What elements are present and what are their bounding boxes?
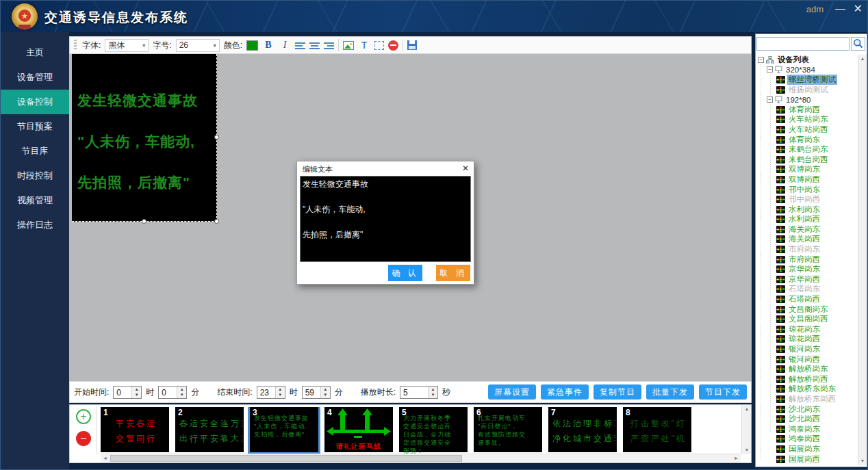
color-swatch[interactable] (246, 40, 258, 51)
scroll-left-icon[interactable]: ◄ (101, 454, 110, 462)
thumbs-horizontal-scrollbar[interactable]: ◄ ► (101, 454, 741, 462)
tree-device-2-19[interactable]: 石塔岗东 (756, 285, 858, 295)
sidebar-item-6[interactable]: 时段控制 (1, 164, 69, 188)
spin-up-icon[interactable]: ▲ (177, 387, 186, 393)
remove-program-button[interactable]: − (76, 431, 91, 446)
tree-device-2-4[interactable]: 体育岗东 (756, 135, 858, 145)
close-icon[interactable]: ✕ (854, 2, 863, 15)
tree-device-2-10[interactable]: 邗中岗西 (756, 194, 858, 205)
tree-root[interactable]: −设备列表 (756, 55, 858, 65)
cancel-button[interactable]: 取 消 (436, 265, 470, 281)
action-button-4[interactable]: 批量下发 (646, 384, 694, 400)
tree-device-2-11[interactable]: 水利岗东 (756, 205, 858, 215)
tree-device-2-25[interactable]: 银河岗东 (756, 344, 858, 354)
align-left-icon[interactable] (295, 40, 305, 50)
align-right-icon[interactable] (324, 40, 334, 50)
align-center-icon[interactable] (309, 40, 320, 50)
collapse-icon[interactable]: − (767, 66, 773, 73)
action-button-2[interactable]: 紧急事件 (541, 384, 589, 400)
tree-device-2-16[interactable]: 市府岗西 (756, 254, 858, 265)
action-button-5[interactable]: 节目下发 (699, 384, 747, 400)
resize-handle-right[interactable] (214, 135, 219, 140)
sidebar-item-7[interactable]: 视频管理 (1, 188, 69, 213)
tree-device-2-29[interactable]: 解放桥东岗东 (756, 384, 858, 395)
text-tool-icon[interactable]: T (358, 39, 370, 51)
tree-device-2-8[interactable]: 双博岗西 (756, 174, 858, 185)
tree-device-1-1[interactable]: 螺丝湾桥测试 (756, 75, 858, 85)
tree-device-2-27[interactable]: 解放桥岗东 (756, 364, 858, 374)
delete-item-icon[interactable] (388, 40, 398, 51)
sidebar-item-5[interactable]: 节目库 (1, 139, 69, 164)
collapse-icon[interactable]: − (758, 57, 764, 63)
tree-device-2-36[interactable]: 国展岗西 (756, 454, 858, 465)
start-hour-stepper[interactable]: 0 ▲▼ (113, 386, 142, 399)
program-thumbnail-1[interactable]: 1平安春运交警同行 (101, 407, 169, 452)
tree-device-2-20[interactable]: 石塔岗西 (756, 294, 858, 304)
sidebar-item-8[interactable]: 操作日志 (1, 213, 69, 237)
resize-handle-corner[interactable] (214, 219, 219, 224)
tree-device-2-14[interactable]: 海关岗西 (756, 235, 858, 245)
action-button-1[interactable]: 屏幕设置 (488, 384, 536, 400)
program-thumbnail-8[interactable]: 8打击整改"灯严查严处"机 (623, 407, 691, 452)
spin-down-icon[interactable]: ▼ (321, 392, 330, 398)
program-thumbnail-7[interactable]: 7依法治理非标车辆净化城市交通环境 (548, 407, 617, 452)
search-button[interactable] (851, 37, 865, 51)
tree-device-2-35[interactable]: 国展岗东 (756, 444, 858, 454)
scroll-up-icon[interactable]: ▲ (858, 55, 867, 63)
logged-in-user[interactable]: adm (806, 4, 824, 14)
thumbs-vertical-scrollbar[interactable]: ▲ ▼ (741, 405, 751, 454)
end-hour-stepper[interactable]: 23 ▲▼ (257, 386, 285, 399)
sidebar-item-1[interactable]: 主页 (1, 40, 69, 65)
start-minute-stepper[interactable]: 0 ▲▼ (158, 386, 187, 399)
program-thumbnail-6[interactable]: 6扎实开展电动车"百日整治"，有效预防道路交通事故。 (474, 407, 542, 452)
tree-device-2-24[interactable]: 琼花岗西 (756, 335, 858, 345)
tree-device-2-31[interactable]: 沙北岗东 (756, 404, 858, 415)
save-icon[interactable] (407, 40, 417, 50)
tree-device-2-23[interactable]: 琼花岗东 (756, 324, 858, 335)
tree-device-2-21[interactable]: 文昌阁岗东 (756, 304, 858, 315)
tree-scrollbar[interactable]: ▲ ▼ (858, 55, 867, 465)
program-thumbnail-4[interactable]: 4102420请礼让斑马线 (324, 407, 393, 452)
tree-device-2-17[interactable]: 京华岗东 (756, 264, 858, 274)
collapse-icon[interactable]: − (767, 96, 773, 103)
tree-device-2-3[interactable]: 火车站岗西 (756, 125, 858, 135)
font-select[interactable]: 黑体 ▾ (105, 39, 149, 52)
tree-device-2-9[interactable]: 邗中岗东 (756, 185, 858, 195)
tree-device-2-33[interactable]: 鸿泰岗东 (756, 424, 858, 434)
tree-device-1-2[interactable]: 维扬岗测试 (756, 85, 858, 95)
resize-handle-bottom[interactable] (142, 219, 146, 224)
bold-button[interactable]: B (262, 39, 275, 51)
tree-device-2-26[interactable]: 银河岗西 (756, 354, 858, 365)
scroll-down-icon[interactable]: ▼ (742, 446, 752, 454)
insert-image-icon[interactable] (343, 41, 354, 50)
toolbar-grip[interactable] (74, 40, 77, 51)
size-select[interactable]: 26 ▾ (176, 39, 220, 52)
sidebar-item-2[interactable]: 设备管理 (1, 65, 69, 90)
spin-up-icon[interactable]: ▲ (132, 387, 141, 393)
scroll-right-icon[interactable]: ► (732, 454, 741, 462)
tree-device-2-2[interactable]: 火车站岗东 (756, 115, 858, 125)
tree-device-2-15[interactable]: 市府岗东 (756, 244, 858, 254)
tree-device-2-12[interactable]: 水利岗西 (756, 215, 858, 225)
italic-button[interactable]: I (279, 39, 291, 51)
tree-device-2-30[interactable]: 解放桥东岗西 (756, 394, 858, 404)
add-program-button[interactable]: + (76, 409, 91, 424)
tree-group-2[interactable]: −192*80 (756, 94, 858, 105)
tree-device-2-1[interactable]: 体育岗西 (756, 105, 858, 115)
tree-device-2-18[interactable]: 京华岗西 (756, 274, 858, 285)
tree-device-2-7[interactable]: 双博岗东 (756, 165, 858, 175)
dialog-close-icon[interactable]: ✕ (462, 164, 469, 173)
spin-up-icon[interactable]: ▲ (429, 387, 437, 393)
program-thumbnail-3[interactable]: 3发生轻微交通事故"人未伤，车能动,先拍照，后撤离" (250, 407, 318, 452)
minimize-icon[interactable]: — (835, 2, 845, 14)
tree-device-2-28[interactable]: 解放桥岗西 (756, 374, 858, 384)
program-thumbnail-2[interactable]: 2春运安全连万家出行平安靠大家 (175, 407, 244, 452)
tree-device-2-22[interactable]: 文昌阁岗西 (756, 314, 858, 324)
scroll-down-icon[interactable]: ▼ (858, 457, 867, 465)
tree-device-2-32[interactable]: 沙北岗西 (756, 414, 858, 424)
led-preview[interactable]: 发生轻微交通事故"人未伤，车能动,先拍照，后撤离" (72, 54, 217, 222)
tree-device-2-5[interactable]: 来鹤台岗东 (756, 144, 858, 155)
scrollbar-thumb[interactable] (110, 455, 462, 462)
scroll-up-icon[interactable]: ▲ (742, 405, 752, 413)
sidebar-item-4[interactable]: 节目预案 (1, 114, 69, 139)
